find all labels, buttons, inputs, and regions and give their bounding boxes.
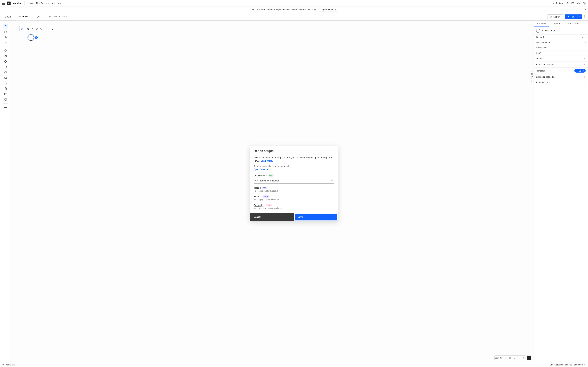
modal-backdrop: Define stages ✕ Assign clusters to your …: [0, 0, 588, 21]
